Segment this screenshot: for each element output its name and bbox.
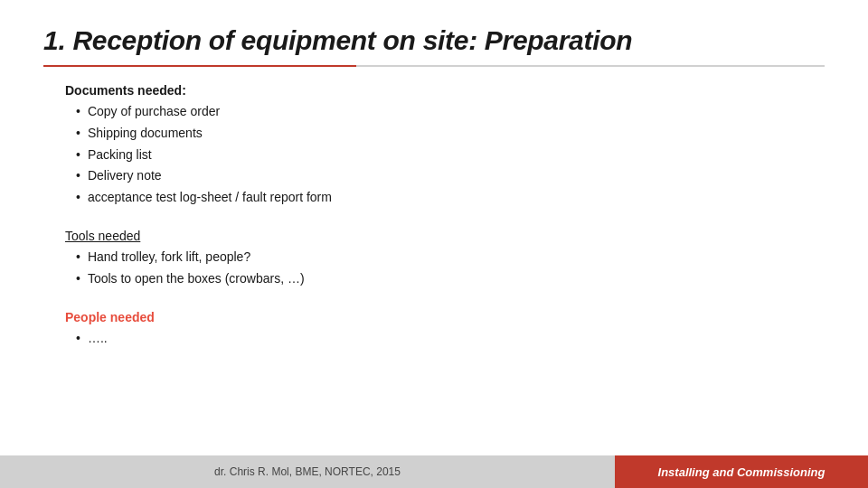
list-item: Delivery note [76, 165, 803, 187]
tools-heading: Tools needed [65, 229, 803, 243]
slide: 1. Reception of equipment on site: Prepa… [0, 0, 868, 488]
list-item: Shipping documents [76, 123, 803, 145]
footer-left: dr. Chris R. Mol, BME, NORTEC, 2015 [0, 455, 615, 488]
list-item: Packing list [76, 145, 803, 166]
title-area: 1. Reception of equipment on site: Prepa… [0, 0, 868, 56]
list-item: Hand trolley, fork lift, people? [76, 247, 803, 268]
footer-title: Installing and Commissioning [658, 465, 826, 479]
people-section: People needed ….. [65, 310, 803, 350]
people-heading: People needed [65, 310, 803, 324]
list-item: acceptance test log-sheet / fault report… [76, 187, 803, 209]
footer-right: Installing and Commissioning [615, 455, 868, 488]
list-item: ….. [76, 328, 803, 350]
people-list: ….. [76, 328, 803, 350]
tools-list: Hand trolley, fork lift, people? Tools t… [76, 247, 803, 290]
slide-title: 1. Reception of equipment on site: Prepa… [43, 25, 825, 56]
footer: dr. Chris R. Mol, BME, NORTEC, 2015 Inst… [0, 455, 868, 488]
footer-citation: dr. Chris R. Mol, BME, NORTEC, 2015 [214, 465, 401, 478]
list-item: Copy of purchase order [76, 101, 803, 123]
list-item: Tools to open the boxes (crowbars, …) [76, 268, 803, 290]
content-area: Documents needed: Copy of purchase order… [0, 67, 868, 349]
documents-list: Copy of purchase order Shipping document… [76, 101, 803, 209]
tools-section: Tools needed Hand trolley, fork lift, pe… [65, 229, 803, 290]
documents-section: Documents needed: Copy of purchase order… [65, 83, 803, 209]
documents-heading: Documents needed: [65, 83, 803, 98]
